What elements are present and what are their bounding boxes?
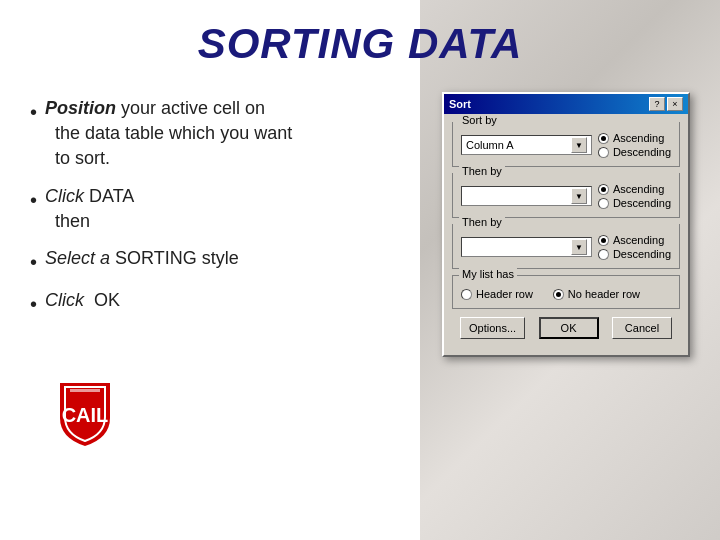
dialog-titlebar: Sort ? × <box>444 94 688 114</box>
main-content: SORTING DATA • Position your active cell… <box>0 0 720 540</box>
title-buttons: ? × <box>649 97 683 111</box>
then-by-label-2: Then by <box>459 216 505 228</box>
no-header-row-option: No header row <box>553 288 640 300</box>
descending-radio-1[interactable] <box>598 198 609 209</box>
radio-row-ascending-2: Ascending <box>598 234 671 246</box>
bullet-list: • Position your active cell on the data … <box>30 92 422 448</box>
dropdown-arrow-icon[interactable]: ▼ <box>571 239 587 255</box>
bullet-text-1: Position your active cell on the data ta… <box>45 96 292 172</box>
descending-radio[interactable] <box>598 147 609 158</box>
sort-by-radio-group: Ascending Descending <box>598 132 671 158</box>
bullet-dot: • <box>30 186 37 214</box>
then-by-label-1: Then by <box>459 165 505 177</box>
radio-row-descending-2: Descending <box>598 248 671 260</box>
sort-by-label: Sort by <box>459 114 500 126</box>
then-by-row-2: ▼ Ascending Descending <box>461 234 671 260</box>
dropdown-arrow-icon[interactable]: ▼ <box>571 188 587 204</box>
my-list-group: My list has Header row No header row <box>452 275 680 309</box>
then-by-dropdown-1[interactable]: ▼ <box>461 186 592 206</box>
bullet-dot: • <box>30 248 37 276</box>
descending-radio-2[interactable] <box>598 249 609 260</box>
bullet-text-3: Select a SORTING style <box>45 246 239 271</box>
close-button[interactable]: × <box>667 97 683 111</box>
dialog-body: Sort by Column A ▼ Ascending <box>444 114 688 355</box>
page-title: SORTING DATA <box>30 20 690 68</box>
cail-logo: CAIL <box>40 378 130 448</box>
list-item: • Click OK <box>30 288 422 318</box>
header-row-radio[interactable] <box>461 289 472 300</box>
ascending-label: Ascending <box>613 132 664 144</box>
then-by-group-2: Then by ▼ Ascending <box>452 224 680 269</box>
header-row-label: Header row <box>476 288 533 300</box>
dialog-title: Sort <box>449 98 471 110</box>
ok-button[interactable]: OK <box>539 317 599 339</box>
then-by-dropdown-2[interactable]: ▼ <box>461 237 592 257</box>
cancel-button[interactable]: Cancel <box>612 317 672 339</box>
ascending-radio-2[interactable] <box>598 235 609 246</box>
options-button[interactable]: Options... <box>460 317 525 339</box>
my-list-label: My list has <box>459 268 517 280</box>
logo-area: CAIL <box>30 378 422 448</box>
then-by-radio-group-2: Ascending Descending <box>598 234 671 260</box>
ascending-label-1: Ascending <box>613 183 664 195</box>
no-header-row-label: No header row <box>568 288 640 300</box>
sort-by-row: Column A ▼ Ascending Descending <box>461 132 671 158</box>
bullet-dot: • <box>30 290 37 318</box>
radio-row-ascending: Ascending <box>598 132 671 144</box>
sort-by-dropdown[interactable]: Column A ▼ <box>461 135 592 155</box>
ascending-radio[interactable] <box>598 133 609 144</box>
list-item: • Position your active cell on the data … <box>30 96 422 172</box>
help-button[interactable]: ? <box>649 97 665 111</box>
then-by-group-1: Then by ▼ Ascending <box>452 173 680 218</box>
header-row-option: Header row <box>461 288 533 300</box>
radio-row-descending-1: Descending <box>598 197 671 209</box>
sort-by-value: Column A <box>466 139 514 151</box>
bullet-text-4: Click OK <box>45 288 120 313</box>
then-by-radio-group-1: Ascending Descending <box>598 183 671 209</box>
descending-label-2: Descending <box>613 248 671 260</box>
content-area: • Position your active cell on the data … <box>30 92 690 448</box>
descending-label-1: Descending <box>613 197 671 209</box>
dialog-footer: Options... OK Cancel <box>452 317 680 347</box>
svg-rect-1 <box>70 389 100 392</box>
bullet-dot: • <box>30 98 37 126</box>
sort-dialog: Sort ? × Sort by Column A ▼ <box>442 92 690 357</box>
svg-text:CAIL: CAIL <box>62 404 109 426</box>
list-item: • Click DATA then <box>30 184 422 234</box>
bullet-text-2: Click DATA then <box>45 184 134 234</box>
radio-row-descending: Descending <box>598 146 671 158</box>
sort-by-group: Sort by Column A ▼ Ascending <box>452 122 680 167</box>
descending-label: Descending <box>613 146 671 158</box>
list-item: • Select a SORTING style <box>30 246 422 276</box>
ascending-radio-1[interactable] <box>598 184 609 195</box>
then-by-row-1: ▼ Ascending Descending <box>461 183 671 209</box>
ascending-label-2: Ascending <box>613 234 664 246</box>
dropdown-arrow-icon[interactable]: ▼ <box>571 137 587 153</box>
no-header-row-radio[interactable] <box>553 289 564 300</box>
my-list-row: Header row No header row <box>461 288 671 300</box>
radio-row-ascending-1: Ascending <box>598 183 671 195</box>
